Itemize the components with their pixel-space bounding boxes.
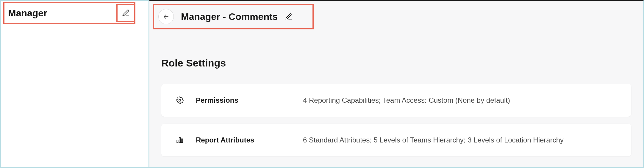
- pencil-icon: [122, 9, 130, 17]
- svg-point-1: [179, 99, 181, 102]
- card-description: 4 Reporting Capabilities; Team Access: C…: [303, 96, 631, 104]
- sidebar-edit-role-button[interactable]: [116, 4, 135, 22]
- permissions-card[interactable]: Permissions 4 Reporting Capabilities; Te…: [161, 84, 631, 117]
- sidebar: Manager: [0, 0, 149, 168]
- bar-chart-icon: [176, 136, 184, 144]
- arrow-left-icon: [162, 13, 170, 20]
- pencil-icon: [285, 13, 293, 20]
- section-title: Role Settings: [161, 57, 226, 69]
- sidebar-role-header[interactable]: Manager: [3, 2, 135, 24]
- page-title: Manager - Comments: [181, 11, 278, 22]
- card-label: Report Attributes: [196, 136, 303, 144]
- sidebar-role-title: Manager: [8, 8, 47, 19]
- main-panel: Manager - Comments Role Settings Permiss…: [149, 0, 644, 168]
- settings-cards: Permissions 4 Reporting Capabilities; Te…: [161, 84, 631, 156]
- svg-rect-2: [177, 140, 178, 143]
- report-attributes-card[interactable]: Report Attributes 6 Standard Attributes;…: [161, 124, 631, 156]
- edit-title-button[interactable]: [285, 13, 293, 20]
- card-label: Permissions: [196, 96, 303, 104]
- svg-rect-4: [181, 139, 182, 143]
- main-header: Manager - Comments: [153, 4, 314, 29]
- card-description: 6 Standard Attributes; 5 Levels of Teams…: [303, 136, 631, 144]
- back-button[interactable]: [158, 9, 174, 24]
- gear-icon: [176, 96, 184, 104]
- svg-rect-3: [179, 137, 180, 142]
